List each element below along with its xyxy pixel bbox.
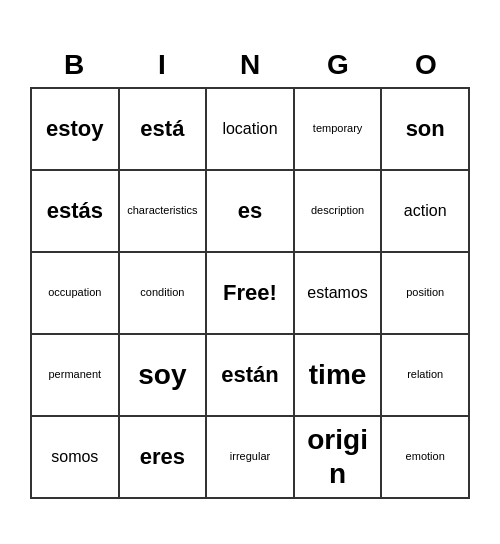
bingo-cell-r0-c2: location: [207, 89, 295, 171]
bingo-cell-r3-c4: relation: [382, 335, 470, 417]
header-letter-b: B: [30, 45, 118, 85]
cell-text-r4-c0: somos: [51, 447, 98, 466]
cell-text-r0-c1: está: [140, 116, 184, 142]
bingo-cell-r4-c0: somos: [32, 417, 120, 499]
cell-text-r4-c3: origin: [299, 423, 377, 490]
bingo-grid: estoyestálocationtemporarysonestáscharac…: [30, 87, 470, 499]
bingo-cell-r2-c1: condition: [120, 253, 208, 335]
cell-text-r2-c1: condition: [140, 286, 184, 299]
bingo-cell-r2-c2: Free!: [207, 253, 295, 335]
bingo-cell-r1-c2: es: [207, 171, 295, 253]
cell-text-r1-c3: description: [311, 204, 364, 217]
cell-text-r2-c4: position: [406, 286, 444, 299]
cell-text-r1-c1: characteristics: [127, 204, 197, 217]
bingo-cell-r0-c4: son: [382, 89, 470, 171]
bingo-cell-r4-c2: irregular: [207, 417, 295, 499]
bingo-cell-r3-c2: están: [207, 335, 295, 417]
bingo-cell-r0-c0: estoy: [32, 89, 120, 171]
cell-text-r3-c2: están: [221, 362, 278, 388]
cell-text-r2-c0: occupation: [48, 286, 101, 299]
bingo-cell-r2-c4: position: [382, 253, 470, 335]
bingo-header: BINGO: [30, 45, 470, 85]
bingo-cell-r1-c0: estás: [32, 171, 120, 253]
header-letter-i: I: [118, 45, 206, 85]
cell-text-r3-c4: relation: [407, 368, 443, 381]
bingo-cell-r1-c3: description: [295, 171, 383, 253]
cell-text-r3-c3: time: [309, 358, 367, 392]
cell-text-r4-c2: irregular: [230, 450, 270, 463]
cell-text-r0-c0: estoy: [46, 116, 103, 142]
bingo-cell-r2-c3: estamos: [295, 253, 383, 335]
bingo-cell-r3-c1: soy: [120, 335, 208, 417]
cell-text-r4-c1: eres: [140, 444, 185, 470]
header-letter-o: O: [382, 45, 470, 85]
header-letter-g: G: [294, 45, 382, 85]
cell-text-r3-c1: soy: [138, 358, 186, 392]
cell-text-r2-c2: Free!: [223, 280, 277, 306]
bingo-cell-r0-c1: está: [120, 89, 208, 171]
cell-text-r1-c4: action: [404, 201, 447, 220]
bingo-cell-r4-c1: eres: [120, 417, 208, 499]
cell-text-r2-c3: estamos: [307, 283, 367, 302]
bingo-cell-r2-c0: occupation: [32, 253, 120, 335]
bingo-cell-r1-c4: action: [382, 171, 470, 253]
cell-text-r1-c0: estás: [47, 198, 103, 224]
bingo-cell-r4-c4: emotion: [382, 417, 470, 499]
header-letter-n: N: [206, 45, 294, 85]
bingo-cell-r0-c3: temporary: [295, 89, 383, 171]
cell-text-r0-c2: location: [222, 119, 277, 138]
cell-text-r0-c4: son: [406, 116, 445, 142]
bingo-cell-r4-c3: origin: [295, 417, 383, 499]
bingo-cell-r3-c0: permanent: [32, 335, 120, 417]
bingo-cell-r3-c3: time: [295, 335, 383, 417]
cell-text-r0-c3: temporary: [313, 122, 363, 135]
cell-text-r1-c2: es: [238, 198, 262, 224]
bingo-cell-r1-c1: characteristics: [120, 171, 208, 253]
cell-text-r3-c0: permanent: [49, 368, 102, 381]
cell-text-r4-c4: emotion: [406, 450, 445, 463]
bingo-card: BINGO estoyestálocationtemporarysonestás…: [10, 25, 490, 519]
